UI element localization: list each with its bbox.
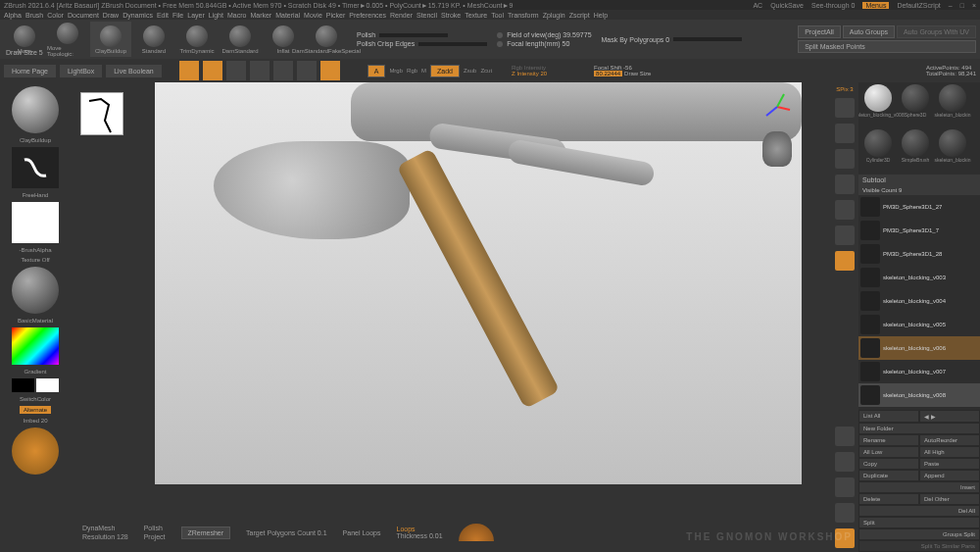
m-button[interactable]: M [421,68,426,74]
menu-item[interactable]: Material [275,12,300,19]
polish-toggle[interactable]: Polish [144,525,166,531]
move-view-icon[interactable] [835,427,855,446]
color-picker[interactable] [12,327,59,365]
copy-button[interactable]: Copy [858,458,919,470]
seethrough-slider[interactable]: See-through 0 [811,2,855,9]
menu-item[interactable]: Light [209,12,223,19]
tab-lightbox[interactable]: LightBox [60,65,102,77]
brush-trimdynamic[interactable]: TrimDynamic [176,22,218,57]
alternate-button[interactable]: Alternate [20,406,51,414]
visible-count[interactable]: Visible Count 9 [858,185,980,195]
zcut-button[interactable]: Zcut [480,68,492,74]
a-button[interactable]: A [368,65,386,77]
tool-item[interactable]: SimpleBrush [898,129,933,173]
switchcolor-button[interactable]: SwitchColor [20,396,51,402]
camera-head-icon[interactable] [762,131,792,167]
brush-claybuildup[interactable]: ClayBuildup [90,22,131,57]
autoreorder-button[interactable]: AutoReorder [919,434,980,446]
allhigh-button[interactable]: All High [919,446,980,458]
subtool-row[interactable]: skeleton_blocking_v008 [858,383,980,407]
zremesher-button[interactable]: ZRemesher [181,527,231,539]
subtool-row[interactable]: skeleton_blocking_v005 [858,313,980,336]
split-button[interactable]: Split [858,517,980,528]
aahalfscreen-icon[interactable] [835,124,855,143]
move-mode-button[interactable] [226,61,246,80]
subtool-row[interactable]: skeleton_blocking_v007 [858,360,980,383]
dynamesh-button[interactable]: DynaMesh [82,525,128,531]
brush-move-topo[interactable]: Move Topologic: [47,22,88,57]
actual-size-icon[interactable] [835,98,855,118]
rotate-view-icon[interactable] [835,477,855,497]
groupssplit-button[interactable]: Groups Split [858,528,980,540]
spix-label[interactable]: SPix 3 [836,86,853,92]
fov-slider[interactable]: Field of view(deg) 39.59775 [497,31,591,38]
menu-item[interactable]: Alpha [4,12,22,19]
current-brush-icon[interactable] [12,86,59,133]
subtool-row[interactable]: skeleton_blocking_v003 [858,266,980,289]
menu-item[interactable]: Movie [304,12,322,19]
rotate-mode-button[interactable] [273,61,293,80]
gizmo-button[interactable] [297,61,317,80]
subtool-row[interactable]: PM3D_Sphere3D1_7 [858,219,980,242]
menu-item[interactable]: Brush [25,12,43,19]
project-toggle[interactable]: Project [144,533,166,540]
polish-slider[interactable]: Polish [357,31,487,38]
maximize-icon[interactable]: □ [960,2,964,9]
thickness-slider[interactable]: Thickness 0.01 [397,532,443,539]
minimize-icon[interactable]: – [949,2,953,9]
arrows-button[interactable]: ◀ ▶ [919,410,980,423]
menu-item[interactable]: File [172,12,183,19]
paste-button[interactable]: Paste [919,458,980,470]
tab-liveboolean[interactable]: Live Boolean [106,65,161,77]
rename-button[interactable]: Rename [858,434,919,446]
menu-item[interactable]: Marker [250,12,271,19]
local-icon[interactable] [835,200,855,220]
menu-item[interactable]: Stencil [416,12,437,19]
reference-thumbnail[interactable] [80,92,123,135]
sculptris-button[interactable] [320,61,340,80]
alllow-button[interactable]: All Low [858,446,919,458]
duplicate-button[interactable]: Duplicate [858,470,919,481]
quicksave-button[interactable]: QuickSave [770,2,804,9]
tool-item[interactable]: skeleton_blockin [935,129,970,173]
subtool-header[interactable]: Subtool [858,175,980,185]
delete-button[interactable]: Delete [858,493,919,505]
persp-icon[interactable] [835,149,855,169]
menu-item[interactable]: Preferences [349,12,386,19]
menu-item[interactable]: Layer [187,12,205,19]
delall-button[interactable]: Del All [858,505,980,517]
mask-polygroups-slider[interactable]: Mask By Polygroups 0 [602,36,743,43]
subtool-row[interactable]: skeleton_blocking_v004 [858,289,980,313]
menu-item[interactable]: Tool [491,12,504,19]
zsub-button[interactable]: Zsub [464,68,476,74]
focal-length-slider[interactable]: Focal length(mm) 50 [497,40,591,47]
mrgb-button[interactable]: Mrgb [389,68,403,74]
default-zscript[interactable]: DefaultZScript [897,2,940,9]
subtool-row[interactable]: PM3D_Sphere3D1_27 [858,195,980,219]
newfolder-button[interactable]: New Folder [858,423,980,434]
brush-damstandard[interactable]: DamStandard [220,22,261,57]
menu-item[interactable]: Zscript [569,12,590,19]
floor-icon[interactable] [835,175,855,194]
edit-mode-button[interactable] [179,61,199,80]
menu-item[interactable]: Texture [465,12,487,19]
autogroups-uv-button[interactable]: Auto Groups With UV [897,25,976,38]
projectall-button[interactable]: ProjectAll [798,25,841,38]
tool-item[interactable]: Sphere3D [898,84,933,127]
menu-item[interactable]: Document [68,12,99,19]
resolution-slider[interactable]: Resolution 128 [82,533,128,540]
tool-item[interactable]: skeleton_blockin [935,84,970,127]
menu-item[interactable]: Macro [227,12,246,19]
delother-button[interactable]: Del Other [919,493,980,505]
stroke-icon[interactable] [12,147,59,188]
rgb-intensity-label[interactable]: Rgb Intensity [512,65,547,71]
canvas-3d[interactable] [155,82,802,484]
close-icon[interactable]: × [972,2,976,9]
menu-item[interactable]: Help [594,12,608,19]
menu-item[interactable]: Color [47,12,64,19]
insert-button[interactable]: Insert [858,481,980,493]
menus-button[interactable]: Menus [862,2,889,9]
menu-item[interactable]: Render [390,12,413,19]
z-intensity-slider[interactable]: Z Intensity 20 [512,71,547,76]
tool-item[interactable]: Cylinder3D [860,129,896,173]
